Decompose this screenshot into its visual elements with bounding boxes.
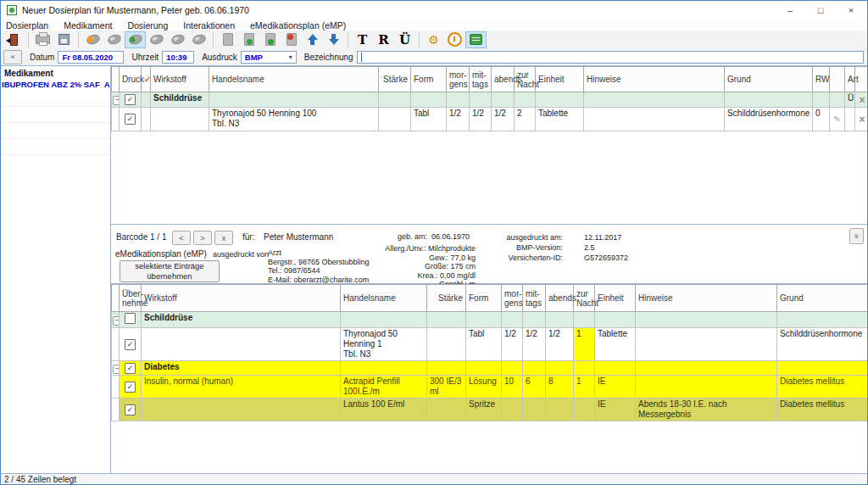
emp-row-thyronajod[interactable]: ✓ Thyronajod 50 Henning 1 Tbl. N3 Tabl 1… <box>112 328 868 361</box>
document-delete-button[interactable] <box>281 31 302 48</box>
text-T-button[interactable]: T <box>352 31 373 48</box>
col-handelsname[interactable]: Handelsname <box>341 285 427 312</box>
text-U-button[interactable]: Ü <box>394 31 415 48</box>
col-zur-nacht[interactable]: zur Nacht <box>515 67 536 92</box>
group-row-schilddruese[interactable]: − ✓ Schilddrüse Ü × <box>112 92 868 108</box>
col-staerke[interactable]: Stärke <box>427 285 466 312</box>
cell-hinweise[interactable] <box>636 376 777 399</box>
close-button[interactable]: × <box>836 1 866 20</box>
cell-morgens[interactable]: 1/2 <box>447 108 470 131</box>
col-zur-nacht[interactable]: zur Nacht <box>574 285 595 312</box>
uebernehme-checkbox-cell[interactable]: ✓ <box>120 376 142 399</box>
col-uebernehme[interactable]: Über-nehme <box>120 285 142 312</box>
col-druck[interactable]: Druck <box>120 67 142 92</box>
delete-row-icon[interactable]: × <box>855 108 868 131</box>
col-hinweise[interactable]: Hinweise <box>636 285 777 312</box>
uhrzeit-field[interactable]: 10:39 <box>162 51 194 64</box>
tree-cell[interactable]: − <box>112 312 120 328</box>
cell-abends[interactable]: 1/2 <box>546 328 574 361</box>
minimize-button[interactable]: – <box>775 1 805 20</box>
checkbox-checked[interactable]: ✓ <box>125 404 136 415</box>
medication-new-button[interactable] <box>82 31 103 48</box>
collapse-icon[interactable]: − <box>113 96 120 105</box>
collapse-left-button[interactable]: « <box>3 50 22 64</box>
medikament-list-item[interactable]: IBUPROFEN ABZ 2% SAF A <box>1 79 110 91</box>
uebernehme-checkbox-cell[interactable]: ✓ <box>120 328 142 361</box>
cell-grund[interactable]: Diabetes mellitus <box>777 399 868 421</box>
menu-emedikationsplan[interactable]: eMedikationsplan (eMP) <box>250 20 346 31</box>
move-down-button[interactable] <box>323 31 344 48</box>
document-new-button[interactable] <box>238 31 259 48</box>
cell-staerke[interactable]: 300 IE/3 ml <box>427 376 466 399</box>
cell-form[interactable]: Spritze <box>466 399 502 421</box>
cell-grund[interactable]: Diabetes mellitus <box>777 376 868 399</box>
cell-einheit[interactable]: IE <box>595 376 636 399</box>
cell-grund[interactable]: Schilddrüsenhormone <box>725 108 813 131</box>
checkbox-unchecked[interactable] <box>125 313 136 324</box>
menu-dosierplan[interactable]: Dosierplan <box>6 20 48 31</box>
cell-zur-nacht[interactable]: 1 <box>574 376 595 399</box>
col-einheit[interactable]: Einheit <box>536 67 584 92</box>
cell-mittags[interactable]: 1/2 <box>523 328 546 361</box>
cell-hinweise[interactable] <box>636 328 777 361</box>
col-form[interactable]: Form <box>466 285 502 312</box>
cell-wirkstoff[interactable]: Insulin, normal (human) <box>142 376 341 399</box>
settings-button[interactable]: ⚙ <box>423 31 444 48</box>
medication-button[interactable] <box>103 31 125 48</box>
cell-zur-nacht[interactable]: 2 <box>515 108 536 131</box>
col-abends[interactable]: abends <box>546 285 574 312</box>
emp-group-row-schilddruese[interactable]: − Schilddrüse <box>112 312 868 328</box>
cell-grund[interactable]: Schilddrüsenhormone <box>777 328 868 361</box>
bezeichnung-input[interactable] <box>357 51 864 64</box>
druck-checkbox-cell[interactable]: ✓ <box>120 108 142 131</box>
cell-wirkstoff[interactable] <box>142 399 341 421</box>
cell-mittags[interactable]: 6 <box>523 376 546 399</box>
emp-button[interactable] <box>465 31 487 48</box>
barcode-next-button[interactable]: > <box>193 231 212 245</box>
cell-form[interactable]: Lösung <box>466 376 502 399</box>
cell-wirkstoff[interactable] <box>142 328 341 361</box>
document-import-button[interactable] <box>259 31 281 48</box>
checkbox-checked[interactable]: ✓ <box>125 94 136 105</box>
cell-hinweise[interactable]: Abends 18-30 I.E. nach Messergebnis <box>636 399 777 421</box>
collapse-icon[interactable]: − <box>113 365 120 374</box>
col-mittags[interactable]: mit-tags <box>470 67 492 92</box>
medication-copy-button[interactable] <box>167 31 188 48</box>
move-up-button[interactable] <box>302 31 323 48</box>
cell-einheit[interactable]: IE <box>595 399 636 421</box>
expand-panel-button[interactable]: » <box>849 228 864 244</box>
cell-rw[interactable]: 0 <box>813 108 830 131</box>
col-rw[interactable]: RW <box>813 67 830 92</box>
checkbox-checked[interactable]: ✓ <box>125 363 136 374</box>
cell-mittags[interactable] <box>523 399 546 421</box>
take-selected-entries-button[interactable]: selektierte Einträge übernehmen <box>120 260 220 282</box>
cell-form[interactable]: Tabl <box>411 108 447 131</box>
medication-add-button[interactable] <box>125 31 146 48</box>
cell-hinweise[interactable] <box>584 108 725 131</box>
col-morgens[interactable]: mor-gens <box>502 285 523 312</box>
emp-group-row-diabetes[interactable]: − ✓ Diabetes <box>112 361 868 376</box>
druck-checkbox-cell[interactable]: ✓ <box>120 92 142 108</box>
col-staerke[interactable]: Stärke <box>379 67 411 92</box>
ausdruck-dropdown[interactable]: BMP▾ <box>241 51 297 64</box>
cell-staerke[interactable] <box>427 399 466 421</box>
cell-einheit[interactable]: Tablette <box>536 108 584 131</box>
tree-cell[interactable]: − <box>112 361 120 376</box>
menu-medikament[interactable]: Medikament <box>64 20 112 31</box>
cell-handelsname[interactable]: Actrapid Penfill 100I.E./m <box>341 376 427 399</box>
medication-edit-button[interactable] <box>146 31 167 48</box>
cell-handelsname[interactable]: Thyronajod 50 Henning 100 Tbl. N3 <box>209 108 379 131</box>
print-button[interactable] <box>32 31 53 48</box>
emp-row-lantus[interactable]: ✓ Lantus 100 E/ml Spritze IE Abends 18-3… <box>112 399 868 421</box>
col-grund[interactable]: Grund <box>725 67 813 92</box>
col-wirkstoff[interactable]: Wirkstoff <box>142 285 341 312</box>
checkbox-checked[interactable]: ✓ <box>125 339 136 350</box>
uebernehme-checkbox-cell[interactable] <box>120 312 142 328</box>
col-art[interactable]: Art <box>845 67 855 92</box>
cell-zur-nacht[interactable] <box>574 399 595 421</box>
cell-handelsname[interactable]: Lantus 100 E/ml <box>341 399 427 421</box>
col-einheit[interactable]: Einheit <box>595 285 636 312</box>
text-R-button[interactable]: R <box>373 31 394 48</box>
col-form[interactable]: Form <box>411 67 447 92</box>
barcode-close-button[interactable]: x <box>214 231 233 245</box>
